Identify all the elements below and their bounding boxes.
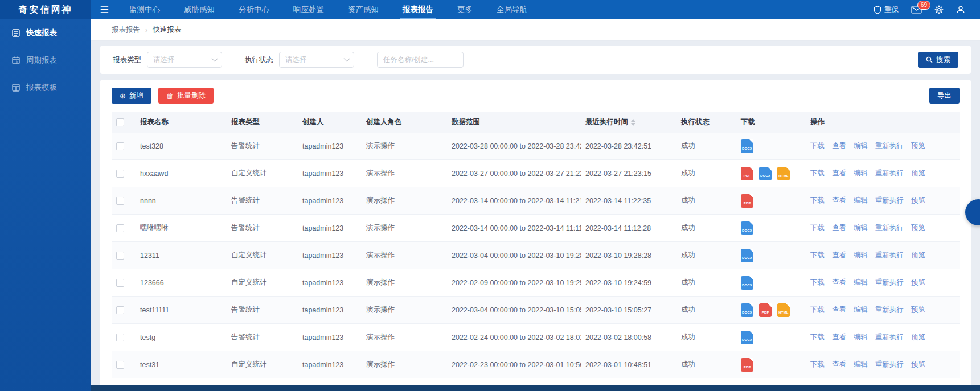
cell-exec-status: 成功: [676, 269, 736, 297]
edit-link[interactable]: 编辑: [854, 278, 868, 286]
preview-link[interactable]: 预览: [911, 251, 925, 259]
view-link[interactable]: 查看: [832, 142, 846, 150]
nav-item-threat-awareness[interactable]: 威胁感知: [172, 0, 227, 19]
select-all-checkbox[interactable]: [116, 118, 124, 126]
breadcrumb-root[interactable]: 报表报告: [112, 25, 140, 35]
docx-file-icon[interactable]: DOCX: [741, 249, 753, 262]
re-execute-link[interactable]: 重新执行: [875, 360, 904, 368]
download-link[interactable]: 下载: [810, 251, 825, 259]
docx-file-icon[interactable]: DOCX: [741, 221, 753, 235]
settings-button[interactable]: [934, 5, 944, 14]
edit-link[interactable]: 编辑: [854, 224, 868, 232]
view-link[interactable]: 查看: [832, 196, 846, 204]
re-execute-link[interactable]: 重新执行: [875, 224, 904, 232]
row-checkbox[interactable]: [116, 361, 124, 369]
mail-button[interactable]: 69: [911, 6, 922, 14]
re-execute-link[interactable]: 重新执行: [875, 169, 904, 177]
sidebar-item-quick-report[interactable]: 快速报表: [0, 19, 91, 47]
edit-link[interactable]: 编辑: [854, 169, 868, 177]
preview-link[interactable]: 预览: [911, 306, 925, 314]
row-checkbox[interactable]: [116, 306, 124, 314]
docx-file-icon[interactable]: DOCX: [741, 303, 753, 317]
download-link[interactable]: 下载: [810, 360, 825, 368]
exec-status-select[interactable]: 请选择: [279, 52, 354, 68]
export-button[interactable]: 导出: [929, 88, 960, 104]
header-last-exec-time[interactable]: 最近执行时间: [581, 112, 676, 133]
view-link[interactable]: 查看: [832, 251, 846, 259]
menu-toggle-icon[interactable]: ☰: [91, 0, 117, 19]
re-execute-link[interactable]: 重新执行: [875, 251, 904, 259]
row-checkbox[interactable]: [116, 252, 124, 260]
download-link[interactable]: 下载: [810, 333, 825, 341]
nav-item-analysis-center[interactable]: 分析中心: [227, 0, 281, 19]
row-checkbox[interactable]: [116, 334, 124, 341]
download-link[interactable]: 下载: [810, 224, 825, 232]
preview-link[interactable]: 预览: [911, 224, 925, 232]
file-format-label: DOCX: [742, 147, 752, 153]
edit-link[interactable]: 编辑: [854, 333, 868, 341]
view-link[interactable]: 查看: [832, 224, 846, 232]
add-button[interactable]: ⊕ 新增: [112, 88, 151, 104]
file-format-label: PDF: [744, 365, 751, 372]
pdf-file-icon[interactable]: PDF: [741, 194, 753, 208]
nav-item-reports[interactable]: 报表报告: [391, 0, 445, 19]
view-link[interactable]: 查看: [832, 278, 846, 286]
view-link[interactable]: 查看: [832, 306, 846, 314]
cell-data-range: 2022-03-04 00:00:00 to 2022-03-10 15:05:…: [447, 297, 581, 324]
download-link[interactable]: 下载: [810, 169, 825, 177]
cell-operations: 下载查看编辑重新执行预览: [806, 160, 960, 187]
preview-link[interactable]: 预览: [911, 360, 925, 368]
edit-link[interactable]: 编辑: [854, 196, 868, 204]
re-execute-link[interactable]: 重新执行: [875, 333, 904, 341]
docx-file-icon[interactable]: DOCX: [741, 139, 753, 153]
edit-link[interactable]: 编辑: [854, 360, 868, 368]
edit-link[interactable]: 编辑: [854, 251, 868, 259]
download-link[interactable]: 下载: [810, 196, 825, 204]
html-file-icon[interactable]: HTML: [777, 303, 790, 317]
docx-file-icon[interactable]: DOCX: [741, 276, 753, 290]
download-link[interactable]: 下载: [810, 278, 825, 286]
nav-item-asset-awareness[interactable]: 资产感知: [336, 0, 391, 19]
row-checkbox[interactable]: [116, 170, 124, 178]
edit-link[interactable]: 编辑: [854, 142, 868, 150]
pdf-file-icon[interactable]: PDF: [741, 358, 753, 372]
html-file-icon[interactable]: HTML: [777, 167, 790, 180]
view-link[interactable]: 查看: [832, 333, 846, 341]
pdf-file-icon[interactable]: PDF: [759, 303, 772, 317]
cell-last-exec-time: 2022-03-10 19:28:28: [581, 242, 676, 269]
download-link[interactable]: 下载: [810, 142, 825, 150]
report-type-select[interactable]: 请选择: [147, 52, 222, 68]
keyword-search-input[interactable]: [377, 52, 464, 68]
user-account-button[interactable]: [956, 5, 965, 14]
nav-item-more[interactable]: 更多: [445, 0, 485, 19]
preview-link[interactable]: 预览: [911, 333, 925, 341]
docx-file-icon[interactable]: DOCX: [741, 331, 753, 344]
batch-delete-button[interactable]: 🗑 批量删除: [158, 88, 214, 104]
edit-link[interactable]: 编辑: [854, 306, 868, 314]
view-link[interactable]: 查看: [832, 169, 846, 177]
zhongbao-shield-button[interactable]: 重保: [874, 5, 899, 15]
search-button[interactable]: 搜索: [918, 52, 958, 68]
download-link[interactable]: 下载: [810, 306, 825, 314]
re-execute-link[interactable]: 重新执行: [875, 306, 904, 314]
row-checkbox[interactable]: [116, 279, 124, 287]
docx-file-icon[interactable]: DOCX: [759, 167, 772, 180]
preview-link[interactable]: 预览: [911, 169, 925, 177]
nav-item-global-nav[interactable]: 全局导航: [485, 0, 539, 19]
row-checkbox[interactable]: [116, 142, 124, 150]
sort-icon[interactable]: [631, 119, 635, 126]
sidebar-item-report-template[interactable]: 报表模板: [0, 74, 91, 101]
pdf-file-icon[interactable]: PDF: [741, 167, 753, 180]
nav-item-monitor-center[interactable]: 监测中心: [117, 0, 172, 19]
nav-item-response[interactable]: 响应处置: [281, 0, 336, 19]
preview-link[interactable]: 预览: [911, 278, 925, 286]
re-execute-link[interactable]: 重新执行: [875, 278, 904, 286]
view-link[interactable]: 查看: [832, 360, 846, 368]
preview-link[interactable]: 预览: [911, 142, 925, 150]
sidebar-item-periodic-report[interactable]: 周期报表: [0, 47, 91, 74]
preview-link[interactable]: 预览: [911, 196, 925, 204]
row-checkbox[interactable]: [116, 224, 124, 232]
re-execute-link[interactable]: 重新执行: [875, 196, 904, 204]
row-checkbox[interactable]: [116, 197, 124, 205]
re-execute-link[interactable]: 重新执行: [875, 142, 904, 150]
